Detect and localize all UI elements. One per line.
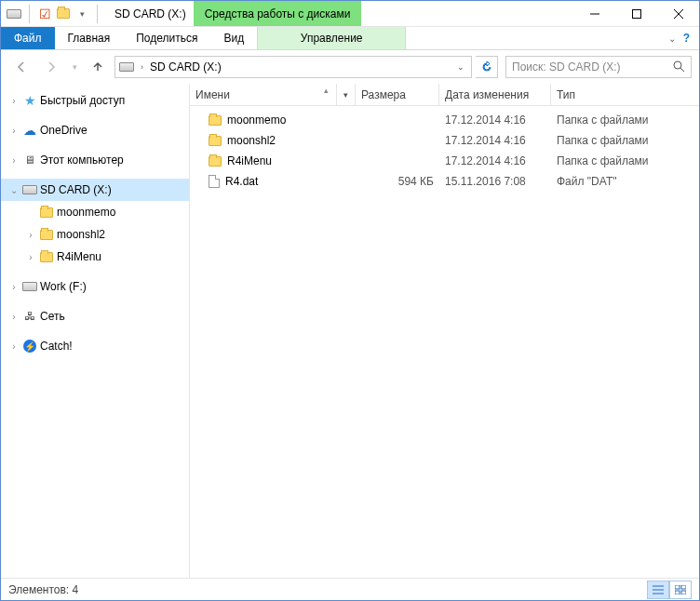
tree-label: OneDrive xyxy=(40,124,88,137)
tab-home[interactable]: Главная xyxy=(55,27,124,49)
contextual-tab-header[interactable]: Средства работы с дисками xyxy=(194,1,362,26)
svg-rect-1 xyxy=(632,9,640,18)
tree-subfolder[interactable]: moonmemo xyxy=(1,201,189,223)
ribbon-tabs: Файл Главная Поделиться Вид Управление ⌄… xyxy=(1,27,699,50)
file-name: moonshl2 xyxy=(227,134,276,147)
separator xyxy=(97,5,98,23)
file-row[interactable]: moonmemo17.12.2014 4:16Папка с файлами xyxy=(190,110,699,130)
address-dropdown-icon[interactable]: ⌄ xyxy=(454,62,467,72)
tree-quick-access[interactable]: › ★ Быстрый доступ xyxy=(1,89,189,112)
column-split-dropdown[interactable]: ▾ xyxy=(336,84,355,105)
tab-view[interactable]: Вид xyxy=(210,27,257,49)
expand-icon[interactable]: › xyxy=(8,96,20,106)
icons-view-button[interactable] xyxy=(669,581,692,599)
sort-asc-icon: ▴ xyxy=(324,86,329,95)
svg-rect-12 xyxy=(681,591,686,594)
up-button[interactable] xyxy=(85,54,111,80)
cell-name: R4iMenu xyxy=(190,154,356,167)
search-icon[interactable] xyxy=(672,60,685,75)
tab-manage[interactable]: Управление xyxy=(257,27,406,49)
help-icon[interactable]: ? xyxy=(683,32,690,45)
tree-label: R4iMenu xyxy=(57,250,101,263)
file-row[interactable]: moonshl217.12.2014 4:16Папка с файлами xyxy=(190,130,699,151)
cell-name: R4.dat xyxy=(190,175,356,188)
expand-icon[interactable]: › xyxy=(25,252,36,262)
tree-onedrive[interactable]: › ☁ OneDrive xyxy=(1,119,189,141)
column-date[interactable]: Дата изменения xyxy=(439,84,551,105)
star-icon: ★ xyxy=(22,93,37,108)
tree-label: Work (F:) xyxy=(40,280,87,293)
search-box[interactable] xyxy=(505,56,692,78)
cell-type: Папка с файлами xyxy=(551,114,699,127)
forward-button[interactable] xyxy=(38,54,64,80)
tree-label: SD CARD (X:) xyxy=(40,183,112,196)
expand-icon[interactable]: › xyxy=(8,341,20,352)
file-row[interactable]: R4.dat594 КБ15.11.2016 7:08Файл "DAT" xyxy=(190,171,699,192)
svg-rect-10 xyxy=(681,585,686,589)
qat-dropdown-icon[interactable]: ▾ xyxy=(74,7,89,21)
window-controls xyxy=(573,1,699,26)
svg-point-4 xyxy=(674,61,681,69)
tree-subfolder[interactable]: › R4iMenu xyxy=(1,246,189,268)
minimize-button[interactable] xyxy=(573,1,615,26)
file-list-area: Имени ▴ ▾ Размера Дата изменения Тип moo… xyxy=(190,84,699,578)
address-input[interactable] xyxy=(150,60,451,73)
svg-rect-9 xyxy=(675,585,680,589)
back-button[interactable] xyxy=(8,54,34,80)
expand-icon[interactable]: › xyxy=(8,282,20,292)
tree-sdcard[interactable]: ⌄ SD CARD (X:) xyxy=(1,179,189,201)
column-name[interactable]: Имени ▴ ▾ xyxy=(190,84,356,105)
quick-access-toolbar: ☑ ▾ xyxy=(1,1,107,26)
file-name: R4iMenu xyxy=(227,154,272,167)
tree-label: Быстрый доступ xyxy=(40,94,125,107)
expand-icon[interactable]: › xyxy=(8,155,20,166)
tree-subfolder[interactable]: › moonshl2 xyxy=(1,223,189,246)
tree-catch[interactable]: › ⚡ Catch! xyxy=(1,335,189,357)
cell-date: 17.12.2014 4:16 xyxy=(439,114,551,127)
column-size[interactable]: Размера xyxy=(356,84,439,105)
properties-icon[interactable]: ☑ xyxy=(37,7,52,21)
refresh-button[interactable] xyxy=(476,56,498,78)
svg-rect-11 xyxy=(675,591,680,594)
navigation-tree[interactable]: › ★ Быстрый доступ › ☁ OneDrive › 🖥 Этот… xyxy=(1,84,190,578)
folder-icon xyxy=(39,249,54,264)
expand-icon[interactable]: › xyxy=(8,126,20,136)
file-name: R4.dat xyxy=(225,175,258,188)
chevron-right-icon[interactable]: › xyxy=(138,62,146,72)
tree-label: Этот компьютер xyxy=(40,154,124,167)
tab-file[interactable]: Файл xyxy=(1,27,55,49)
column-type[interactable]: Тип xyxy=(551,84,699,105)
folder-icon xyxy=(39,227,54,242)
separator xyxy=(29,5,30,23)
expand-icon[interactable]: › xyxy=(8,312,20,322)
expand-icon[interactable]: › xyxy=(25,230,36,240)
search-input[interactable] xyxy=(512,60,672,73)
title-bar: ☑ ▾ SD CARD (X:) Средства работы с диска… xyxy=(1,1,699,27)
tree-this-pc[interactable]: › 🖥 Этот компьютер xyxy=(1,149,189,171)
file-name: moonmemo xyxy=(227,114,286,127)
tab-share[interactable]: Поделиться xyxy=(123,27,210,49)
folder-icon xyxy=(209,115,222,126)
cell-date: 15.11.2016 7:08 xyxy=(439,175,551,188)
maximize-button[interactable] xyxy=(615,1,657,26)
cell-type: Папка с файлами xyxy=(551,134,699,147)
navigation-bar: ▾ › ⌄ xyxy=(1,50,699,84)
folder-icon xyxy=(39,205,54,220)
column-label: Тип xyxy=(557,88,575,101)
tree-work-drive[interactable]: › Work (F:) xyxy=(1,275,189,298)
network-icon: 🖧 xyxy=(22,309,37,324)
collapse-icon[interactable]: ⌄ xyxy=(8,185,20,195)
chevron-down-icon[interactable]: ⌄ xyxy=(668,33,676,44)
cell-name: moonshl2 xyxy=(190,134,356,147)
address-bar[interactable]: › ⌄ xyxy=(114,56,472,78)
recent-locations-button[interactable]: ▾ xyxy=(68,54,81,80)
cell-date: 17.12.2014 4:16 xyxy=(439,134,551,147)
file-row[interactable]: R4iMenu17.12.2014 4:16Папка с файлами xyxy=(190,151,699,171)
column-label: Имени xyxy=(195,88,230,101)
folder-qat-icon[interactable] xyxy=(56,7,71,21)
tree-network[interactable]: › 🖧 Сеть xyxy=(1,305,189,327)
drive-icon xyxy=(7,7,21,21)
drive-icon xyxy=(119,62,134,72)
details-view-button[interactable] xyxy=(647,581,669,599)
close-button[interactable] xyxy=(657,1,699,26)
